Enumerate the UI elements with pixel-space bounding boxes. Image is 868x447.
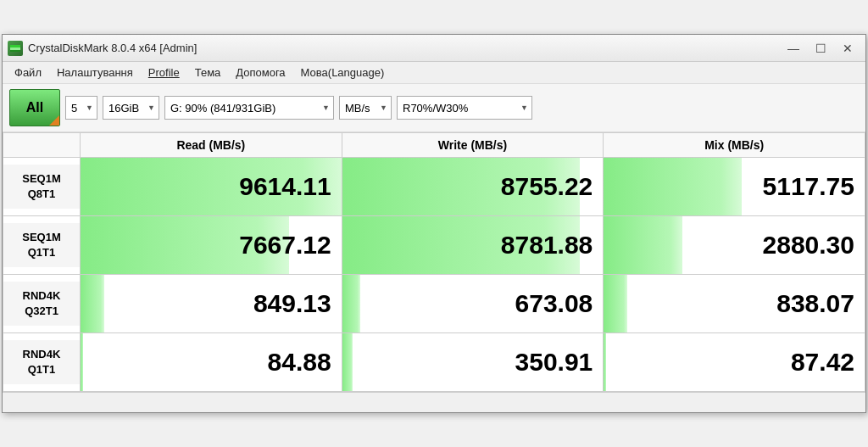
mix-value: 87.42: [604, 333, 865, 391]
main-window: CrystalDiskMark 8.0.4 x64 [Admin] — ☐ ✕ …: [2, 34, 866, 413]
status-bar: [3, 392, 865, 412]
unit-select[interactable]: MB/s GB/s IOPS: [339, 96, 392, 120]
benchmark-content: Read (MB/s) Write (MB/s) Mix (MB/s) SEQ1…: [3, 132, 865, 392]
write-cell: 350.91: [342, 333, 604, 392]
table-row: SEQ1M Q1T17667.128781.882880.30: [3, 216, 865, 275]
col-header-write: Write (MB/s): [342, 133, 604, 158]
svg-rect-0: [10, 47, 20, 50]
row-label-cell: SEQ1M Q1T1: [3, 216, 81, 275]
menu-item-language[interactable]: Мова(Language): [294, 64, 392, 81]
read-value: 849.13: [81, 275, 342, 332]
table-row: SEQ1M Q8T19614.118755.225117.75: [3, 158, 865, 216]
close-button[interactable]: ✕: [835, 39, 860, 58]
row-label: RND4K Q1T1: [3, 340, 80, 384]
col-header-label: [3, 133, 81, 158]
write-cell: 673.08: [342, 275, 604, 333]
mix-cell: 5117.75: [604, 158, 865, 216]
window-title: CrystalDiskMark 8.0.4 x64 [Admin]: [28, 42, 197, 54]
menu-item-file[interactable]: Файл: [8, 64, 48, 81]
mix-cell: 838.07: [604, 275, 865, 333]
svg-rect-2: [10, 45, 20, 47]
table-row: RND4K Q1T184.88350.9187.42: [3, 333, 865, 392]
write-cell: 8755.22: [342, 158, 604, 216]
size-select[interactable]: 16GiB 1GiB 4GiB 8GiB 32GiB 64GiB: [103, 96, 159, 120]
benchmark-table: Read (MB/s) Write (MB/s) Mix (MB/s) SEQ1…: [3, 132, 865, 392]
read-cell: 84.88: [81, 333, 342, 392]
menu-item-help[interactable]: Допомога: [229, 64, 292, 81]
app-icon: [8, 41, 23, 56]
mix-value: 5117.75: [604, 158, 865, 215]
profile-select[interactable]: R70%/W30% Default: [397, 96, 532, 120]
table-header-row: Read (MB/s) Write (MB/s) Mix (MB/s): [3, 133, 865, 158]
toolbar: All 5 1 3 9 16GiB 1GiB 4GiB 8GiB 32GiB 6…: [3, 84, 865, 132]
menu-bar: Файл Налаштування Profile Тема Допомога …: [3, 62, 865, 84]
svg-rect-1: [10, 50, 20, 52]
menu-item-profile[interactable]: Profile: [142, 64, 186, 81]
runs-select[interactable]: 5 1 3 9: [65, 96, 97, 120]
row-label: SEQ1M Q1T1: [3, 223, 80, 267]
write-cell: 8781.88: [342, 216, 604, 275]
row-label-cell: RND4K Q32T1: [3, 275, 81, 333]
mix-cell: 2880.30: [604, 216, 865, 275]
col-header-mix: Mix (MB/s): [604, 133, 865, 158]
col-header-read: Read (MB/s): [81, 133, 342, 158]
minimize-button[interactable]: —: [781, 39, 806, 58]
read-cell: 7667.12: [81, 216, 342, 275]
row-label: SEQ1M Q8T1: [3, 165, 80, 209]
row-label-cell: RND4K Q1T1: [3, 333, 81, 392]
row-label: RND4K Q32T1: [3, 282, 80, 326]
title-bar: CrystalDiskMark 8.0.4 x64 [Admin] — ☐ ✕: [3, 35, 865, 62]
all-button[interactable]: All: [9, 89, 60, 126]
title-bar-left: CrystalDiskMark 8.0.4 x64 [Admin]: [8, 41, 197, 56]
drive-select-wrapper: G: 90% (841/931GiB): [164, 96, 334, 120]
read-value: 7667.12: [81, 216, 342, 274]
drive-select[interactable]: G: 90% (841/931GiB): [164, 96, 334, 120]
read-value: 84.88: [81, 333, 342, 391]
profile-select-wrapper: R70%/W30% Default: [397, 96, 532, 120]
mix-value: 2880.30: [604, 216, 865, 274]
read-value: 9614.11: [81, 158, 342, 215]
read-cell: 9614.11: [81, 158, 342, 216]
window-controls: — ☐ ✕: [781, 39, 860, 58]
write-value: 350.91: [342, 333, 604, 391]
write-value: 8755.22: [342, 158, 604, 215]
menu-item-settings[interactable]: Налаштування: [50, 64, 140, 81]
read-cell: 849.13: [81, 275, 342, 333]
mix-value: 838.07: [604, 275, 865, 332]
unit-select-wrapper: MB/s GB/s IOPS: [339, 96, 392, 120]
write-value: 8781.88: [342, 216, 604, 274]
maximize-button[interactable]: ☐: [808, 39, 833, 58]
menu-item-theme[interactable]: Тема: [188, 64, 228, 81]
table-row: RND4K Q32T1849.13673.08838.07: [3, 275, 865, 333]
runs-select-wrapper: 5 1 3 9: [65, 96, 97, 120]
mix-cell: 87.42: [604, 333, 865, 392]
write-value: 673.08: [342, 275, 604, 332]
size-select-wrapper: 16GiB 1GiB 4GiB 8GiB 32GiB 64GiB: [103, 96, 159, 120]
row-label-cell: SEQ1M Q8T1: [3, 158, 81, 216]
